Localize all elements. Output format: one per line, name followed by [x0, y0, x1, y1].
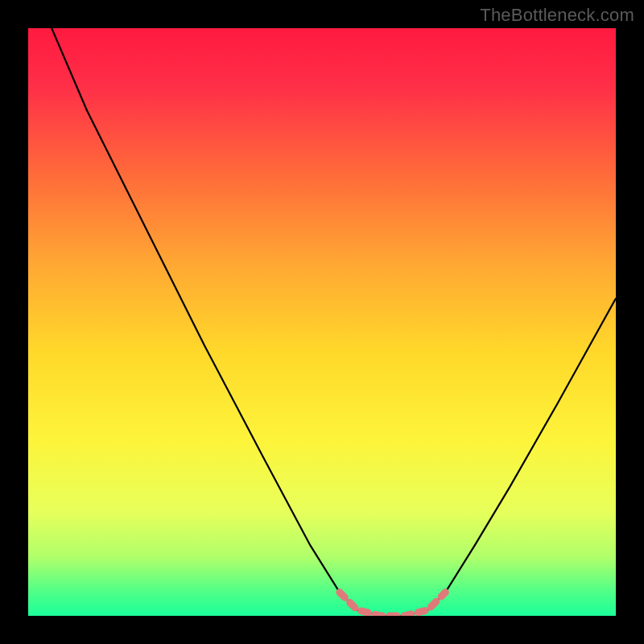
plot-background — [28, 28, 616, 616]
chart-canvas — [0, 0, 644, 644]
chart-frame: TheBottleneck.com — [0, 0, 644, 644]
watermark-text: TheBottleneck.com — [480, 5, 634, 26]
